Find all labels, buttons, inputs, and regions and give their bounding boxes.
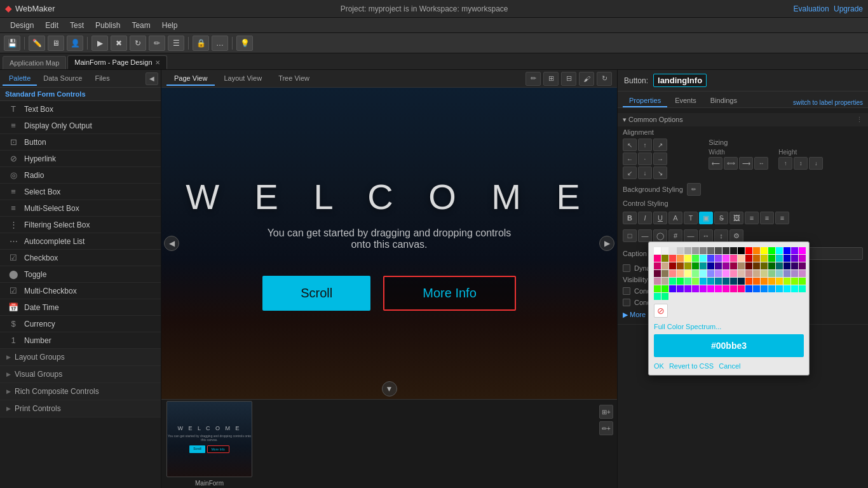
palette-item-datetime[interactable]: 📅 Date Time [0, 299, 161, 316]
palette-item-currency[interactable]: $ Currency [0, 316, 161, 332]
color-cell[interactable] [654, 262, 661, 269]
color-cell[interactable] [761, 270, 768, 277]
dash-btn[interactable]: — [638, 229, 652, 242]
standard-form-controls-header[interactable]: Standard Form Controls [0, 88, 161, 101]
color-cell[interactable] [669, 270, 676, 277]
menu-team[interactable]: Team [126, 20, 155, 31]
color-cell[interactable] [738, 247, 745, 254]
canvas-arrow-bottom[interactable]: ▼ [382, 381, 397, 396]
color-cell[interactable] [677, 247, 684, 254]
color-cell[interactable] [715, 270, 722, 277]
palette-item-checkbox[interactable]: ☑ Checkbox [0, 250, 161, 266]
users-button[interactable]: 👤 [67, 36, 83, 51]
rich-composite-section[interactable]: Rich Composite Controls [0, 383, 161, 400]
color-cell[interactable] [753, 278, 760, 285]
color-cell[interactable] [730, 285, 737, 292]
color-cell[interactable] [761, 255, 768, 262]
color-cell[interactable] [783, 285, 790, 292]
color-cell[interactable] [791, 247, 798, 254]
align-center-btn[interactable]: ≡ [760, 212, 774, 224]
lock-button[interactable]: 🔒 [193, 36, 209, 51]
height-btn-3[interactable]: ↓ [809, 157, 823, 170]
color-cell[interactable] [730, 255, 737, 262]
color-cell[interactable] [661, 262, 668, 269]
hash-btn[interactable]: # [668, 229, 682, 242]
scroll-button[interactable]: Scroll [262, 276, 370, 311]
color-cell[interactable] [722, 262, 729, 269]
color-fill-btn[interactable]: ▣ [699, 212, 713, 224]
color-cell[interactable] [661, 285, 668, 292]
gear-btn[interactable]: ⚙ [729, 229, 743, 242]
color-cell[interactable] [745, 278, 752, 285]
font-size-btn[interactable]: A [668, 212, 682, 224]
color-cell[interactable] [768, 270, 775, 277]
align-tl[interactable]: ↖ [623, 139, 637, 151]
color-cell[interactable] [791, 262, 798, 269]
desktop-button[interactable]: 🖥 [48, 36, 64, 51]
layout-groups-section[interactable]: Layout Groups [0, 349, 161, 366]
full-spectrum-link[interactable]: Full Color Spectrum... [654, 323, 804, 330]
color-cell[interactable] [745, 247, 752, 254]
color-cell[interactable] [738, 255, 745, 262]
canvas-arrow-left[interactable]: ◀ [164, 236, 179, 251]
color-cell[interactable] [692, 278, 699, 285]
bold-btn[interactable]: B [623, 212, 637, 224]
palette-item-selectbox[interactable]: ≡ Select Box [0, 184, 161, 200]
dynamic-checkbox[interactable] [623, 264, 630, 272]
color-cell[interactable] [669, 278, 676, 285]
palette-item-multicheckbox[interactable]: ☑ Multi-Checkbox [0, 283, 161, 299]
menu-edit[interactable]: Edit [40, 20, 64, 31]
color-cell[interactable] [768, 255, 775, 262]
color-cell[interactable] [776, 278, 783, 285]
tab-page-view[interactable]: Page View [166, 72, 215, 86]
color-cell[interactable] [791, 255, 798, 262]
visual-groups-section[interactable]: Visual Groups [0, 366, 161, 383]
align-tc[interactable]: ↑ [638, 139, 652, 151]
color-cell[interactable] [700, 270, 707, 277]
color-cell[interactable] [745, 262, 752, 269]
color-cell[interactable] [654, 293, 661, 300]
color-cell[interactable] [707, 278, 714, 285]
color-cell[interactable] [654, 278, 661, 285]
height-ctrl-btn[interactable]: ↕ [714, 229, 728, 242]
revert-button[interactable]: Revert to CSS [669, 362, 714, 370]
palette-item-number[interactable]: 1 Number [0, 332, 161, 349]
switch-to-label[interactable]: switch to label properties [793, 99, 863, 107]
color-cell[interactable] [707, 270, 714, 277]
color-cell[interactable] [707, 247, 714, 254]
color-cell[interactable] [707, 262, 714, 269]
color-cell[interactable] [700, 247, 707, 254]
color-cell[interactable] [776, 255, 783, 262]
italic-btn[interactable]: I [638, 212, 652, 224]
preview-action-add[interactable]: ⊞+ [599, 405, 613, 419]
color-cell[interactable] [654, 255, 661, 262]
panel-tab-datasource[interactable]: Data Source [37, 72, 88, 86]
menu-test[interactable]: Test [65, 20, 89, 31]
color-cell[interactable] [692, 255, 699, 262]
print-controls-section[interactable]: Print Controls [0, 400, 161, 417]
color-cell[interactable] [692, 285, 699, 292]
color-cell[interactable] [799, 255, 806, 262]
align-bl[interactable]: ↙ [623, 166, 637, 179]
align-left-btn[interactable]: ≡ [745, 212, 759, 224]
align-ml[interactable]: ← [623, 152, 637, 165]
color-cell[interactable] [722, 270, 729, 277]
color-cell[interactable] [707, 255, 714, 262]
color-cell[interactable] [722, 247, 729, 254]
upgrade-label[interactable]: Upgrade [834, 4, 863, 13]
color-cell[interactable] [661, 293, 668, 300]
color-cell[interactable] [738, 285, 745, 292]
color-cell[interactable] [768, 262, 775, 269]
color-cell[interactable] [791, 278, 798, 285]
color-cell[interactable] [753, 255, 760, 262]
color-cell[interactable] [715, 278, 722, 285]
color-cell[interactable] [684, 247, 691, 254]
menu-publish[interactable]: Publish [90, 20, 125, 31]
align-right-btn[interactable]: ≡ [775, 212, 789, 224]
color-cell[interactable] [799, 247, 806, 254]
color-cell[interactable] [684, 278, 691, 285]
color-cell[interactable] [692, 247, 699, 254]
color-cell[interactable] [715, 262, 722, 269]
tab-appmap[interactable]: Application Map [3, 56, 66, 69]
cond1-checkbox[interactable] [623, 287, 630, 295]
